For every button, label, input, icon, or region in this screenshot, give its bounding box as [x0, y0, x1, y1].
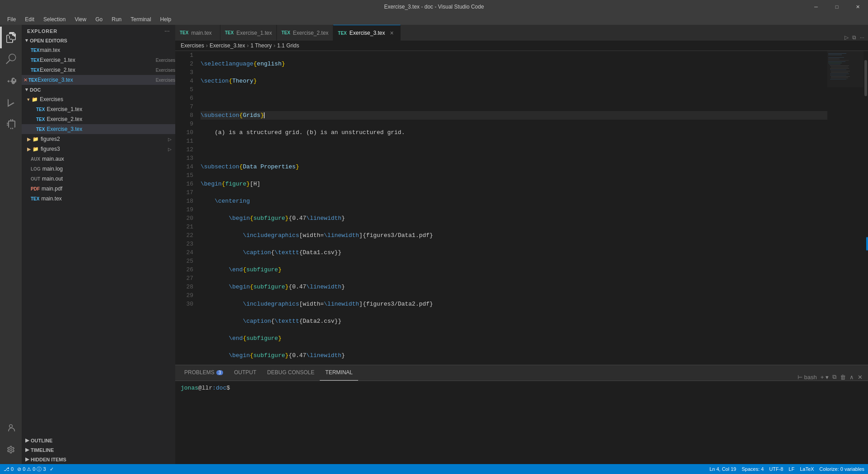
main-aux-label: main.aux [42, 156, 175, 162]
main-aux-file[interactable]: AUX main.aux [22, 154, 175, 164]
panel-add-terminal-button[interactable]: + ▾ [821, 374, 829, 381]
breadcrumb-theory[interactable]: 1 Theory [251, 42, 272, 49]
status-bar-right: Ln 4, Col 19 Spaces: 4 UTF-8 LF LaTeX Co… [709, 466, 864, 472]
run-debug-activity-icon[interactable] [0, 92, 22, 113]
terminal-symbol: $ [226, 385, 230, 391]
tab-exercise1-tex[interactable]: TEX Exercise_1.tex [220, 25, 277, 41]
menu-edit[interactable]: Edit [21, 15, 38, 23]
cursor-position[interactable]: Ln 4, Col 19 [709, 466, 736, 472]
modified-dot: ✕ [23, 77, 28, 83]
extensions-activity-icon[interactable] [0, 113, 22, 135]
scrollbar-thumb[interactable] [864, 60, 867, 96]
split-editor-button[interactable]: ⧉ [852, 34, 856, 41]
settings-activity-icon[interactable] [0, 439, 22, 460]
tab-main-tex-label: main.tex [191, 30, 211, 36]
main-tex-file[interactable]: TEX main.tex [22, 194, 175, 204]
panel-tab-terminal[interactable]: TERMINAL [320, 365, 358, 381]
terminal-host: @llr [198, 385, 212, 391]
scroll-accent [866, 237, 868, 251]
timeline-section[interactable]: ▶ TIMELINE [22, 445, 175, 455]
main-log-file[interactable]: LOG main.log [22, 164, 175, 174]
sidebar-action-button[interactable]: ··· [164, 28, 170, 34]
panel-split-button[interactable]: ⧉ [832, 373, 836, 381]
error-count[interactable]: ⊘ 0 ⚠ 0 ⓘ 3 [17, 466, 46, 473]
sidebar: EXPLORER ··· ▾ OPEN EDITORS TEX main.tex… [22, 25, 175, 464]
source-control-activity-icon[interactable] [0, 70, 22, 92]
exercise1-file[interactable]: TEX Exercise_1.tex [22, 104, 175, 114]
hidden-items-section[interactable]: ▶ HIDDEN ITEMS [22, 455, 175, 464]
terminal-content[interactable]: jonas@llr:doc$ [175, 381, 868, 464]
line-ending-setting[interactable]: LF [789, 466, 794, 472]
close-button[interactable]: ✕ [847, 0, 868, 14]
panel-tab-debug-console[interactable]: DEBUG CONSOLE [262, 365, 320, 381]
open-editors-header[interactable]: ▾ OPEN EDITORS [22, 36, 175, 45]
main-out-label: main.out [42, 176, 175, 182]
menu-help[interactable]: Help [157, 15, 175, 23]
panel-kill-button[interactable]: 🗑 [840, 374, 846, 381]
figures2-badge: ▷ [168, 137, 172, 142]
panel-maximize-button[interactable]: ∧ [849, 374, 854, 381]
main-pdf-file[interactable]: PDF main.pdf [22, 184, 175, 194]
minimize-button[interactable]: ─ [806, 0, 826, 14]
outline-section[interactable]: ▶ OUTLINE [22, 436, 175, 445]
maximize-button[interactable]: □ [826, 0, 847, 14]
menu-terminal[interactable]: Terminal [127, 15, 154, 23]
panel-tab-output[interactable]: OUTPUT [229, 365, 261, 381]
tab-exercise2-label: Exercise_2.tex [293, 30, 329, 36]
exercises-folder[interactable]: ▾ 📁 Exercises [22, 94, 175, 104]
panel-shell-indicator: ⊢ bash [798, 374, 817, 381]
encoding-setting[interactable]: UTF-8 [769, 466, 783, 472]
open-editor-exercise1-tex[interactable]: TEX Exercise_1.tex Exercises [22, 55, 175, 65]
status-bar-left: ⎇ 0 ⊘ 0 ⚠ 0 ⓘ 3 ✓ [4, 466, 54, 473]
doc-header[interactable]: ▾ DOC [22, 85, 175, 94]
check-mark[interactable]: ✓ [50, 466, 54, 472]
figures2-folder[interactable]: ▶ 📁 figures2 ▷ [22, 134, 175, 144]
breadcrumb-exercises[interactable]: Exercises [181, 42, 204, 49]
open-editor-exercise3-tex[interactable]: ✕ TEX Exercise_3.tex Exercises [22, 75, 175, 85]
exercise2-file[interactable]: TEX Exercise_2.tex [22, 114, 175, 124]
doc-chevron: ▾ [25, 87, 28, 93]
activity-bar [0, 25, 22, 464]
tab-close-button[interactable]: × [387, 29, 396, 37]
menu-go[interactable]: Go [92, 15, 106, 23]
explorer-label: EXPLORER [27, 28, 57, 34]
explorer-activity-icon[interactable] [0, 27, 22, 48]
open-editor-main-tex[interactable]: TEX main.tex [22, 45, 175, 55]
language-mode[interactable]: LaTeX [800, 466, 814, 472]
menu-selection[interactable]: Selection [40, 15, 69, 23]
tab-actions: ▷ ⧉ ··· [845, 34, 868, 41]
status-bar: ⎇ 0 ⊘ 0 ⚠ 0 ⓘ 3 ✓ Ln 4, Col 19 Spaces: 4… [0, 464, 868, 474]
code-editor[interactable]: 1 2 3 4 5 6 7 8 9 10 11 12 13 14 15 16 1 [175, 51, 868, 365]
main-tex-label: main.tex [41, 195, 175, 202]
account-activity-icon[interactable] [0, 417, 22, 439]
tab-exercise3-tex[interactable]: TEX Exercise_3.tex × [333, 25, 401, 41]
open-editor-exercise3-label: Exercise_3.tex [37, 77, 154, 83]
exercise3-file[interactable]: TEX Exercise_3.tex [22, 124, 175, 134]
code-editor-content[interactable]: \selectlanguage{english} \section{Theory… [197, 51, 827, 365]
figures2-chevron-icon: ▶ [27, 136, 31, 142]
spaces-setting[interactable]: Spaces: 4 [742, 466, 764, 472]
main-out-file[interactable]: OUT main.out [22, 174, 175, 184]
panel-tab-problems[interactable]: PROBLEMS 3 [179, 365, 229, 381]
menu-view[interactable]: View [71, 15, 90, 23]
out-icon: OUT [31, 177, 40, 181]
colorize-setting[interactable]: Colorize: 0 variables [819, 466, 864, 472]
panel: PROBLEMS 3 OUTPUT DEBUG CONSOLE TERMINAL [175, 365, 868, 464]
open-editor-exercise2-tex[interactable]: TEX Exercise_2.tex Exercises [22, 65, 175, 75]
breadcrumb-grids[interactable]: 1.1 Grids [277, 42, 299, 49]
tab-main-tex[interactable]: TEX main.tex [175, 25, 220, 41]
search-activity-icon[interactable] [0, 48, 22, 70]
run-latex-button[interactable]: ▷ [845, 34, 849, 41]
figures3-folder[interactable]: ▶ 📁 figures3 ▷ [22, 144, 175, 154]
sidebar-header: EXPLORER ··· [22, 25, 175, 36]
panel-close-button[interactable]: ✕ [858, 374, 863, 381]
menu-run[interactable]: Run [108, 15, 125, 23]
tab-more-button[interactable]: ··· [860, 34, 864, 41]
git-branch-status[interactable]: ⎇ 0 [4, 466, 14, 472]
tab-exercise2-tex[interactable]: TEX Exercise_2.tex [277, 25, 333, 41]
vertical-scrollbar[interactable] [863, 51, 868, 365]
figures2-label: figures2 [41, 136, 168, 142]
menu-file[interactable]: File [4, 15, 19, 23]
minimap[interactable] [827, 51, 863, 365]
breadcrumb-file[interactable]: Exercise_3.tex [210, 42, 245, 49]
